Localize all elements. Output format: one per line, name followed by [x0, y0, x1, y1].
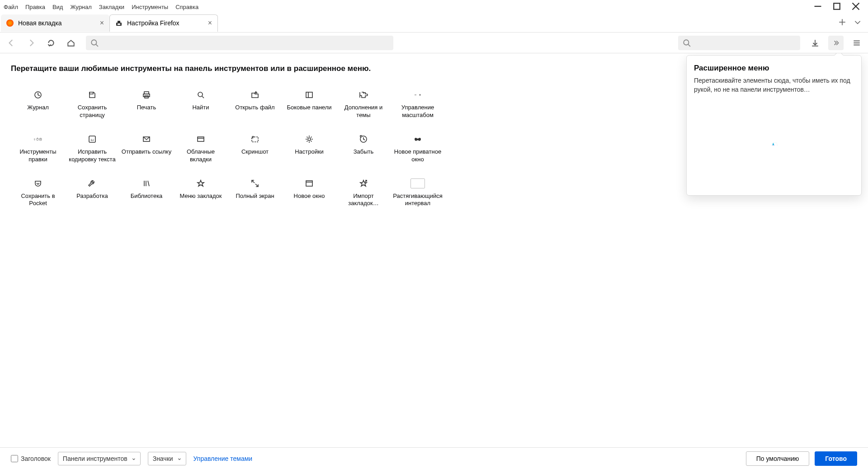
new-tab-button[interactable] — [838, 18, 846, 28]
open-file-icon — [248, 88, 262, 102]
reload-button[interactable] — [44, 36, 58, 50]
app-menu-button[interactable] — [850, 36, 863, 50]
svg-point-11 — [684, 40, 689, 45]
palette-item-label: Настройки — [295, 148, 324, 156]
density-dropdown[interactable]: Значки — [148, 452, 186, 465]
window-minimize-icon[interactable] — [814, 2, 822, 12]
tab-customize[interactable]: Настройка Firefox × — [109, 14, 218, 32]
private-icon — [410, 132, 425, 146]
restore-defaults-button[interactable]: По умолчанию — [746, 451, 810, 466]
tab-new-tab[interactable]: Новая вкладка × — [1, 14, 109, 32]
search-icon — [90, 39, 99, 47]
url-bar[interactable] — [86, 36, 393, 50]
palette-item-open-file[interactable]: Открыть файл — [228, 84, 282, 123]
palette-item-save-page[interactable]: Сохранить страницу — [65, 84, 119, 123]
sidebar-icon — [302, 88, 316, 102]
palette-item-synced-tabs[interactable]: Облачные вкладки — [174, 128, 228, 167]
palette-item-screenshot[interactable]: Скриншот — [228, 128, 282, 167]
palette-item-history[interactable]: Журнал — [11, 84, 65, 123]
palette-item-sidebar[interactable]: Боковые панели — [282, 84, 336, 123]
print-icon — [139, 88, 154, 102]
palette-item-pocket[interactable]: Сохранить в Pocket — [11, 173, 65, 211]
palette-item-email[interactable]: Отправить ссылку — [119, 128, 174, 167]
svg-line-10 — [96, 44, 98, 47]
palette-item-zoom[interactable]: Управление масштабом — [391, 84, 445, 123]
svg-text:ய: ய — [91, 137, 94, 142]
tab-label: Новая вкладка — [18, 19, 62, 27]
done-button[interactable]: Готово — [815, 451, 857, 466]
downloads-button[interactable] — [808, 36, 822, 50]
palette-item-private[interactable]: Новое приватное окно — [391, 128, 445, 167]
encoding-icon: ய — [85, 132, 99, 146]
overflow-desc: Перетаскивайте элементы сюда, чтобы имет… — [694, 76, 854, 94]
menu-edit[interactable]: Правка — [25, 4, 45, 10]
palette-item-import[interactable]: Импорт закладок… — [336, 173, 391, 211]
toolbar-right — [808, 36, 863, 50]
tabs-dropdown-icon[interactable] — [854, 18, 862, 28]
overflow-button[interactable] — [828, 36, 844, 50]
toolbars-dropdown[interactable]: Панели инструментов — [58, 452, 141, 465]
search-icon — [683, 39, 691, 47]
palette-item-find[interactable]: Найти — [174, 84, 228, 123]
email-icon — [139, 132, 154, 146]
palette-item-label: Исправить кодировку текста — [67, 148, 118, 164]
fullscreen-icon — [248, 176, 262, 191]
palette-item-label: Разработка — [76, 192, 108, 200]
palette-item-label: Новое окно — [294, 192, 325, 200]
svg-line-47 — [255, 184, 258, 187]
palette-item-print[interactable]: Печать — [119, 84, 174, 123]
palette-item-addons[interactable]: Дополнения и темы — [336, 84, 391, 123]
zoom-icon — [410, 88, 425, 102]
palette-item-library[interactable]: Библиотека — [119, 173, 174, 211]
palette-item-flex-space[interactable]: Растягивающийся интервал — [391, 173, 445, 211]
settings-icon — [302, 132, 316, 146]
manage-themes-link[interactable]: Управление темами — [193, 455, 253, 462]
save-page-icon — [85, 88, 99, 102]
menu-history[interactable]: Журнал — [70, 4, 91, 10]
pocket-icon — [31, 176, 45, 191]
palette-item-forget[interactable]: Забыть — [336, 128, 391, 167]
screenshot-icon — [248, 132, 262, 146]
home-button[interactable] — [64, 36, 78, 50]
palette-item-settings[interactable]: Настройки — [282, 128, 336, 167]
developer-icon — [85, 176, 99, 191]
tab-close-icon[interactable]: × — [208, 19, 212, 27]
palette-item-label: Сохранить страницу — [67, 104, 118, 119]
menu-view[interactable]: Вид — [52, 4, 63, 10]
menu-file[interactable]: Файл — [4, 4, 18, 10]
customize-footer: Заголовок Панели инструментов Значки Упр… — [0, 447, 868, 469]
menu-help[interactable]: Справка — [175, 4, 198, 10]
palette-item-new-window[interactable]: Новое окно — [282, 173, 336, 211]
menu-tools[interactable]: Инструменты — [132, 4, 168, 10]
palette-item-edit-tools[interactable]: Инструменты правки — [11, 128, 65, 167]
import-icon — [356, 176, 371, 191]
overflow-panel[interactable]: Расширенное меню Перетаскивайте элементы… — [686, 55, 862, 196]
tab-close-icon[interactable]: × — [100, 19, 104, 27]
search-bar[interactable] — [678, 36, 800, 50]
window-controls — [814, 2, 864, 12]
palette-item-label: Печать — [137, 104, 156, 112]
palette-item-label: Найти — [192, 104, 209, 112]
palette-item-label: Журнал — [27, 104, 48, 112]
menubar: Файл Правка Вид Журнал Закладки Инструме… — [0, 0, 868, 14]
svg-point-9 — [91, 40, 96, 45]
palette-item-label: Боковые панели — [287, 104, 331, 112]
palette-item-label: Меню закладок — [179, 192, 222, 200]
palette-item-label: Облачные вкладки — [175, 148, 226, 164]
window-close-icon[interactable] — [852, 2, 860, 12]
palette-item-label: Инструменты правки — [13, 148, 63, 164]
window-maximize-icon[interactable] — [833, 2, 841, 12]
svg-rect-37 — [198, 137, 204, 141]
menu-bookmarks[interactable]: Закладки — [99, 4, 124, 10]
titlebar-checkbox[interactable]: Заголовок — [11, 455, 51, 462]
forward-button[interactable] — [24, 36, 38, 50]
back-button[interactable] — [5, 36, 18, 50]
svg-line-44 — [148, 181, 149, 186]
svg-line-46 — [252, 180, 255, 183]
palette-item-fullscreen[interactable]: Полный экран — [228, 173, 282, 211]
find-icon — [193, 88, 208, 102]
palette-item-encoding[interactable]: யИсправить кодировку текста — [65, 128, 119, 167]
titlebar-checkbox-input[interactable] — [11, 455, 18, 462]
palette-item-developer[interactable]: Разработка — [65, 173, 119, 211]
palette-item-bookmarks-menu[interactable]: Меню закладок — [174, 173, 228, 211]
